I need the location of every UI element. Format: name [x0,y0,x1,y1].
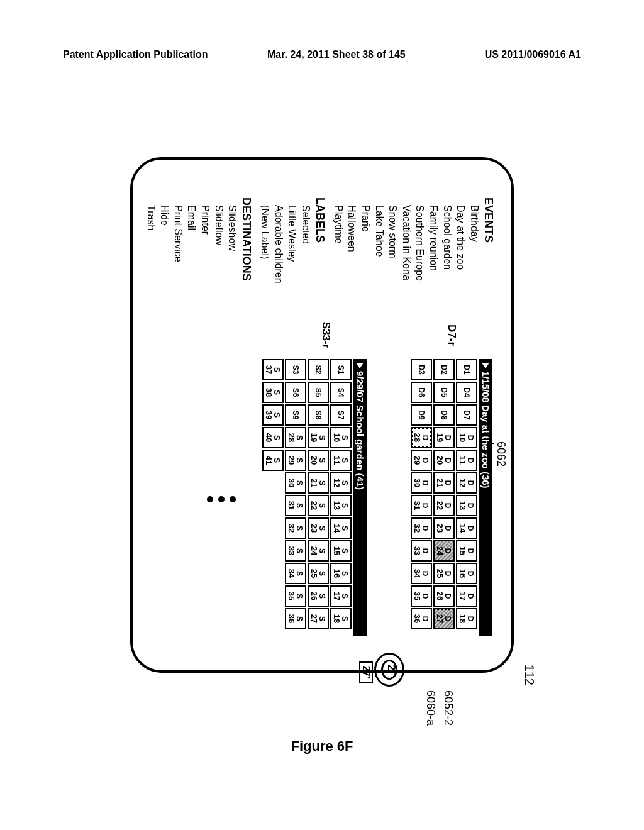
label-item[interactable]: Adorable children [272,197,286,307]
thumbnail[interactable]: S28 [285,427,306,448]
thumbnail[interactable]: S4 [330,382,352,403]
thumbnail[interactable]: D3 [411,359,432,380]
thumbnail[interactable]: D33 [411,540,432,562]
thumbnail[interactable]: D16 [456,563,477,584]
representative-thumb[interactable]: S33-r [319,314,332,357]
thumbnail[interactable]: S12 [330,472,352,494]
event-item[interactable]: Halloween [345,197,359,307]
thumbnail[interactable]: D9 [411,404,432,426]
representative-thumb[interactable]: D7-r [445,314,458,357]
thumbnail[interactable]: D11 [456,450,477,471]
event-item[interactable]: Prarie [358,197,372,307]
thumbnail[interactable]: S25 [308,563,329,584]
thumbnail[interactable]: D26 [433,585,455,607]
thumbnail[interactable]: S33 [285,540,306,562]
thumbnail[interactable]: D19 [433,427,455,448]
thumbnail[interactable]: S6 [285,382,306,403]
thumbnail[interactable]: D8 [433,404,455,426]
thumbnail[interactable]: D15 [456,540,477,562]
thumbnail[interactable]: S19 [308,427,329,448]
thumbnail[interactable]: S32 [285,517,306,539]
thumbnail[interactable]: S27 [308,608,329,629]
thumbnail[interactable]: S11 [330,450,352,471]
thumbnail[interactable]: D24 [433,540,455,562]
thumbnail[interactable]: D35 [411,585,432,607]
thumbnail[interactable]: D4 [456,382,477,403]
thumbnail[interactable]: D12 [456,472,477,494]
event-item[interactable]: Vacation in Kona [399,197,413,307]
thumbnail[interactable]: S15 [330,540,352,562]
thumbnail[interactable]: S31 [285,495,306,516]
thumbnail[interactable]: D18 [456,608,477,629]
event-item[interactable]: Family reunion [426,197,440,307]
thumbnail[interactable]: S18 [330,608,352,629]
thumbnail[interactable]: S38 [262,382,284,403]
event-item[interactable]: Southern Europe [413,197,427,307]
event-item[interactable]: Playtime [331,197,345,307]
thumbnail[interactable]: S23 [308,517,329,539]
thumbnail[interactable]: S17 [330,585,352,607]
event-item[interactable]: Snow storm [386,197,400,307]
destination-item[interactable]: Print Service [171,197,185,307]
thumbnail[interactable]: S29 [285,450,306,471]
thumbnail[interactable]: D21 [433,472,455,494]
thumbnail[interactable]: S30 [285,472,306,494]
thumbnail[interactable]: D7 [456,404,477,426]
thumbnail[interactable]: S5 [308,382,329,403]
event-item[interactable]: Day at the zoo [454,197,468,307]
thumbnail[interactable]: S16 [330,563,352,584]
thumbnail[interactable]: S41 [262,450,284,471]
event-item[interactable]: School garden [440,197,454,307]
thumbnail[interactable]: S2 [308,359,329,380]
thumbnail[interactable]: S36 [285,608,306,629]
thumbnail[interactable]: S9 [285,404,306,426]
destination-item[interactable]: Hide [158,197,172,307]
thumbnail[interactable]: D25 [433,563,455,584]
thumbnail[interactable]: D34 [411,563,432,584]
event-item[interactable]: Lake Tahoe [372,197,386,307]
thumbnail[interactable]: D10 [456,427,477,448]
thumbnail[interactable]: D2 [433,359,455,380]
thumbnail[interactable]: D31 [411,495,432,516]
thumbnail[interactable]: D36 [411,608,432,629]
thumbnail[interactable]: S14 [330,517,352,539]
destination-item[interactable]: Trash [144,197,158,307]
thumbnail[interactable]: S24 [308,540,329,562]
thumbnail[interactable]: S10 [330,427,352,448]
thumbnail[interactable]: D22 [433,495,455,516]
destination-item[interactable]: Slideshow [226,197,240,307]
destination-item[interactable]: Slideflow [212,197,226,307]
thumbnail[interactable]: D28 [411,427,432,448]
disclosure-triangle-icon[interactable] [357,363,364,368]
thumbnail[interactable]: D6 [411,382,432,403]
label-item[interactable]: (New Label) [258,197,272,307]
destination-item[interactable]: Printer [198,197,212,307]
thumbnail[interactable]: D23 [433,517,455,539]
thumbnail[interactable]: S1 [330,359,352,380]
thumbnail[interactable]: D14 [456,517,477,539]
thumbnail[interactable]: D13 [456,495,477,516]
thumbnail[interactable]: S13 [330,495,352,516]
thumbnail[interactable]: D30 [411,472,432,494]
destination-item[interactable]: Email [185,197,199,307]
thumbnail[interactable]: S8 [308,404,329,426]
thumbnail[interactable]: D20 [433,450,455,471]
thumbnail[interactable]: D1 [456,359,477,380]
thumbnail[interactable]: D32 [411,517,432,539]
thumbnail[interactable]: S3 [285,359,306,380]
group-header[interactable]: 9/29/07School garden (41) [353,359,367,636]
disclosure-triangle-icon[interactable] [482,363,490,368]
event-item[interactable]: Birthday [467,197,481,307]
thumbnail[interactable]: S35 [285,585,306,607]
thumbnail[interactable]: S37 [262,359,284,380]
thumbnail[interactable]: S20 [308,450,329,471]
thumbnail[interactable]: S22 [308,495,329,516]
group-header[interactable]: 1/15/08Day at the zoo (36) [479,359,492,636]
thumbnail[interactable]: D17 [456,585,477,607]
thumbnail[interactable]: S40 [262,427,284,448]
label-item[interactable]: Selected [299,197,313,307]
thumbnail[interactable]: D29 [411,450,432,471]
thumbnail[interactable]: S34 [285,563,306,584]
thumbnail[interactable]: S21 [308,472,329,494]
thumbnail[interactable]: S39 [262,404,284,426]
